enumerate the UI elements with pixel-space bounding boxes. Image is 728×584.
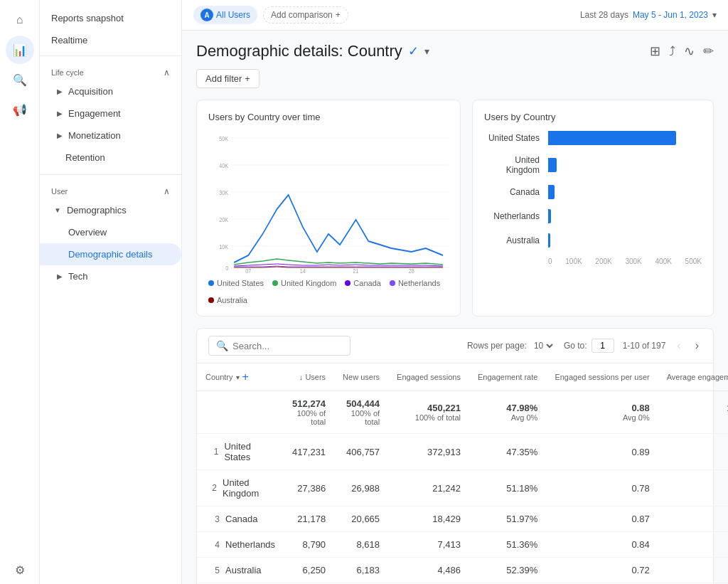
col-header-engagement-rate[interactable]: Engagement rate: [469, 363, 546, 391]
cell-new-users-2: 20,665: [334, 506, 388, 532]
user-chevron[interactable]: ∧: [164, 186, 170, 196]
row-rank-0: 1: [205, 447, 218, 457]
bar-row-canada: Canada: [484, 185, 702, 199]
reports-icon[interactable]: 📊: [6, 36, 34, 64]
totals-engaged-per-user: 0.88 Avg 0%: [546, 391, 658, 434]
table-header-row: Country ▾ + ↓ Users New users Eng: [197, 363, 728, 391]
table-toolbar: 🔍 Rows per page: 10 25 50 Go to:: [197, 329, 713, 363]
legend-dot-netherlands: [390, 280, 395, 286]
bar-fill-canada: [548, 185, 555, 199]
sidebar-item-engagement[interactable]: ▶ Engagement: [40, 102, 181, 124]
cell-country-1: 2 United Kingdom: [197, 470, 284, 506]
row-rank-2: 3: [205, 514, 220, 524]
add-comparison-button[interactable]: Add comparison +: [263, 6, 348, 23]
cell-engagement-rate-3: 51.36%: [469, 532, 546, 558]
bar-row-us: United States: [484, 131, 702, 145]
legend-us: United States: [208, 279, 264, 287]
row-rank-3: 4: [205, 540, 220, 550]
col-header-country[interactable]: Country ▾ +: [197, 363, 284, 391]
goto-page: Go to:: [564, 339, 614, 353]
cell-engagement-rate-2: 51.97%: [469, 506, 546, 532]
cell-users-3: 8,790: [284, 532, 334, 558]
search-input[interactable]: [232, 341, 343, 351]
country-name-4: Australia: [225, 565, 262, 575]
cell-new-users-3: 8,618: [334, 532, 388, 558]
customize-icon[interactable]: ⊞: [650, 43, 660, 59]
country-name-1: United Kingdom: [223, 477, 275, 499]
user-section-header: User ∧: [40, 181, 181, 199]
cell-engaged-sessions-1: 21,242: [388, 470, 469, 506]
data-table: Country ▾ + ↓ Users New users Eng: [197, 363, 728, 584]
date-range-label: Last 28 days: [580, 10, 628, 20]
sidebar-item-tech[interactable]: ▶ Tech: [40, 265, 181, 287]
country-name-2: Canada: [225, 514, 258, 524]
add-filter-button[interactable]: Add filter +: [196, 69, 259, 88]
table-row: 5 Australia 6,250 6,183 4,486 52.39% 0.7…: [197, 558, 728, 583]
add-dimension-button[interactable]: +: [242, 371, 249, 383]
insights-icon[interactable]: ∿: [684, 43, 695, 59]
segment-avatar: A: [200, 9, 213, 21]
cell-engaged-sessions-2: 18,429: [388, 506, 469, 532]
lifecycle-chevron[interactable]: ∧: [164, 68, 170, 78]
legend-dot-australia: [208, 297, 214, 303]
date-range-selector[interactable]: May 5 - Jun 1, 2023: [633, 10, 708, 20]
legend-netherlands: Netherlands: [390, 279, 440, 287]
nav-panel: Reports snapshot Realtime Life cycle ∧ ▶…: [40, 0, 182, 584]
totals-engagement-rate: 47.98% Avg 0%: [469, 391, 546, 434]
nav-reports-snapshot[interactable]: Reports snapshot: [40, 6, 181, 31]
bar-track-australia: [548, 233, 702, 248]
col-header-engaged-per-user[interactable]: Engaged sessions per user: [546, 363, 658, 391]
explore-icon[interactable]: 🔍: [6, 65, 34, 94]
svg-text:40K: 40K: [219, 162, 228, 169]
sidebar-item-overview[interactable]: Overview: [40, 221, 181, 243]
col-header-engaged-sessions[interactable]: Engaged sessions: [388, 363, 469, 391]
legend-dot-canada: [345, 280, 350, 286]
edit-icon[interactable]: ✏: [703, 43, 714, 59]
bar-row-uk: United Kingdom: [484, 155, 702, 175]
bar-chart-card: Users by Country United States United Ki…: [472, 100, 714, 317]
cell-engagement-rate-4: 52.39%: [469, 558, 546, 583]
sidebar-item-acquisition[interactable]: ▶ Acquisition: [40, 80, 181, 102]
svg-text:28: 28: [409, 267, 414, 273]
nav-realtime[interactable]: Realtime: [40, 31, 181, 50]
sidebar-item-retention[interactable]: Retention: [40, 147, 181, 169]
home-icon[interactable]: ⌂: [6, 6, 34, 34]
row-rank-4: 5: [205, 566, 220, 575]
cell-engaged-sessions-0: 372,913: [388, 434, 469, 470]
svg-text:30K: 30K: [219, 189, 228, 196]
line-chart-card: Users by Country over time 50K 40K 30K: [196, 100, 461, 317]
settings-icon[interactable]: ⚙: [6, 556, 34, 584]
cell-engaged-sessions-3: 7,413: [388, 532, 469, 558]
search-box[interactable]: 🔍: [208, 336, 350, 356]
country-sort-icon[interactable]: ▾: [236, 373, 240, 381]
line-chart-container: 50K 40K 30K 20K 10K 0 07 14 21 28 May: [208, 131, 449, 273]
svg-text:20K: 20K: [219, 216, 228, 223]
cell-users-1: 27,386: [284, 470, 334, 506]
rows-per-page-select[interactable]: 10 25 50: [531, 340, 555, 351]
date-dropdown-icon[interactable]: ▾: [712, 10, 717, 20]
totals-engaged-sessions: 450,221 100% of total: [388, 391, 469, 434]
sidebar-item-demographic-details[interactable]: Demographic details: [40, 243, 181, 265]
advertising-icon[interactable]: 📢: [6, 95, 34, 124]
cell-engaged-per-user-1: 0.78: [546, 470, 658, 506]
title-dropdown-arrow[interactable]: ▾: [424, 46, 429, 57]
legend-australia: Australia: [208, 296, 247, 304]
legend-canada: Canada: [345, 279, 381, 287]
pagination-controls: Rows per page: 10 25 50 Go to: 1-10 of 1…: [467, 338, 702, 354]
sidebar-item-monetization[interactable]: ▶ Monetization: [40, 124, 181, 147]
col-header-new-users[interactable]: New users: [334, 363, 388, 391]
line-chart-title: Users by Country over time: [208, 112, 449, 122]
all-users-tag[interactable]: A All Users: [193, 6, 257, 24]
bar-fill-netherlands: [548, 209, 551, 223]
totals-users: 512,274 100% of total: [284, 391, 334, 434]
prev-page-button[interactable]: ‹: [674, 338, 683, 354]
country-name-3: Netherlands: [225, 539, 275, 550]
next-page-button[interactable]: ›: [692, 338, 702, 354]
col-header-avg-time[interactable]: Average engagement time: [658, 363, 728, 391]
rows-per-page: Rows per page: 10 25 50: [467, 340, 555, 351]
col-header-users[interactable]: ↓ Users: [284, 363, 334, 391]
share-icon[interactable]: ⤴: [669, 44, 675, 59]
sidebar-item-demographics[interactable]: ▼ Demographics: [40, 199, 181, 221]
bar-fill-uk: [548, 158, 557, 172]
goto-input[interactable]: [592, 339, 614, 353]
